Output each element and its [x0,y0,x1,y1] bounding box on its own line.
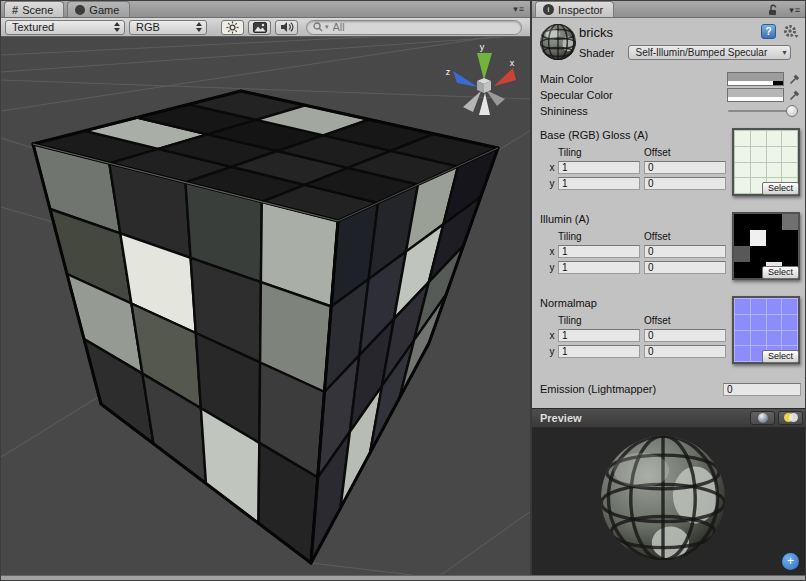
offset-y-input[interactable] [644,345,726,358]
gizmo-z-label: z [446,67,451,77]
gizmo-y-cone[interactable] [477,53,492,80]
tab-game[interactable]: Game [67,1,130,17]
texture-thumbnail-base[interactable]: Select [732,128,800,196]
texture-section-base: Base (RGB) Gloss (A) TilingOffset x y Se… [532,127,806,203]
tiling-x-input[interactable] [558,245,640,258]
window-bottom-edge [1,575,805,580]
tiling-y-input[interactable] [558,345,640,358]
emission-row: Emission (Lightmapper) [532,381,806,397]
scene-viewport[interactable]: y x z [1,37,531,581]
offset-y-input[interactable] [644,261,726,274]
unity-editor-window: # Scene Game ▾≡ Textured RGB [0,0,806,581]
emission-input[interactable] [723,383,801,396]
material-name: bricks [579,25,613,40]
select-button[interactable]: Select [762,182,799,195]
help-icon[interactable]: ? [761,24,776,39]
offset-y-input[interactable] [644,177,726,190]
slider-knob[interactable] [786,105,798,117]
gizmo-gray-cone[interactable] [463,91,481,112]
tiling-x-input[interactable] [558,329,640,342]
search-input[interactable] [331,20,481,34]
draw-mode-dropdown[interactable]: Textured [5,20,125,35]
texture-section-illumin: Illumin (A) TilingOffset x y Select [532,211,806,287]
offset-x-input[interactable] [644,161,726,174]
material-preview-sphere [532,428,806,580]
specular-color-label: Specular Color [540,89,727,101]
tiling-y-input[interactable] [558,177,640,190]
menu-icon[interactable]: ▾≡ [789,5,801,15]
select-button[interactable]: Select [762,266,799,279]
scene-toolbar: Textured RGB [1,18,531,37]
scene-lighting-toggle[interactable] [221,20,244,35]
offset-x-input[interactable] [644,329,726,342]
info-icon: i [543,4,554,15]
gizmo-gray-cone[interactable] [479,93,490,115]
main-color-row: Main Color [532,71,806,87]
gear-icon[interactable] [783,24,799,39]
tiling-y-input[interactable] [558,261,640,274]
tab-inspector[interactable]: i Inspector [535,1,614,17]
bricks-cube-object[interactable] [33,91,498,563]
offset-x-input[interactable] [644,245,726,258]
texture-thumbnail-normalmap[interactable]: Select [732,296,800,364]
stepper-arrows-icon [196,22,202,32]
render-mode-dropdown[interactable]: RGB [129,20,207,35]
specular-color-swatch[interactable] [727,88,784,102]
texture-section-normalmap: Normalmap TilingOffset x y Select [532,295,806,371]
scene-audio-toggle[interactable] [275,20,298,35]
inspector-panel-menu-icon[interactable]: ▾≡ [768,4,801,16]
inspector-tabbar: i Inspector ▾≡ [532,1,806,18]
preview-mesh-button[interactable] [750,411,775,425]
shader-dropdown[interactable]: Self-Illumin/Bumped Specular ▾ [628,45,791,60]
tab-scene[interactable]: # Scene [4,1,64,17]
orientation-gizmo[interactable]: y x z [446,42,516,115]
main-color-swatch[interactable] [727,72,784,86]
preview-panel: Preview + [532,408,806,581]
add-icon[interactable]: + [782,553,799,570]
gizmo-y-label: y [480,42,485,52]
lock-open-icon[interactable] [768,4,778,16]
scene-panel-menu-icon[interactable]: ▾≡ [513,4,525,14]
preview-lighting-button[interactable] [778,411,803,425]
eyedropper-icon[interactable] [789,89,801,101]
draw-mode-value: Textured [12,21,108,33]
tab-game-label: Game [89,4,119,16]
gizmo-z-cone[interactable] [453,71,478,87]
material-header: bricks Shader Self-Illumin/Bumped Specul… [532,18,806,63]
shader-value: Self-Illumin/Bumped Specular [635,47,782,58]
tab-inspector-label: Inspector [558,4,603,16]
emission-label: Emission (Lightmapper) [540,383,723,395]
tiling-header: Tiling [558,231,644,242]
preview-body[interactable]: + [532,428,806,580]
game-icon [75,5,85,15]
gizmo-x-cone[interactable] [494,68,516,86]
tiling-x-input[interactable] [558,161,640,174]
offset-header: Offset [644,147,671,158]
preview-header[interactable]: Preview [532,408,806,428]
scene-panel: # Scene Game ▾≡ Textured RGB [1,1,531,581]
gizmo-x-label: x [510,58,515,68]
texture-thumbnail-illumin[interactable]: Select [732,212,800,280]
gizmo-gray-cone[interactable] [486,90,505,106]
tiling-header: Tiling [558,315,644,326]
material-preview-thumbnail[interactable] [539,23,577,61]
search-filter-arrow-icon[interactable]: ▾ [325,23,329,31]
shininess-slider[interactable] [728,104,798,118]
scene-render-settings-button[interactable] [248,20,271,35]
eyedropper-icon[interactable] [789,73,801,85]
dual-light-icon [784,413,798,423]
select-button[interactable]: Select [762,350,799,363]
scene-grid-icon: # [12,4,18,16]
scene-search-field[interactable]: ▾ [306,20,522,35]
image-icon [253,22,267,33]
preview-title: Preview [540,412,747,424]
offset-header: Offset [644,231,671,242]
stepper-arrows-icon [114,22,120,32]
sun-icon [226,21,239,34]
inspector-panel: i Inspector ▾≡ bricks Shader Self-Illumi… [532,1,806,581]
shininess-label: Shininess [540,105,728,117]
offset-header: Offset [644,315,671,326]
tab-scene-label: Scene [22,4,53,16]
scene-3d-view: y x z [1,37,531,581]
search-icon [313,22,323,32]
